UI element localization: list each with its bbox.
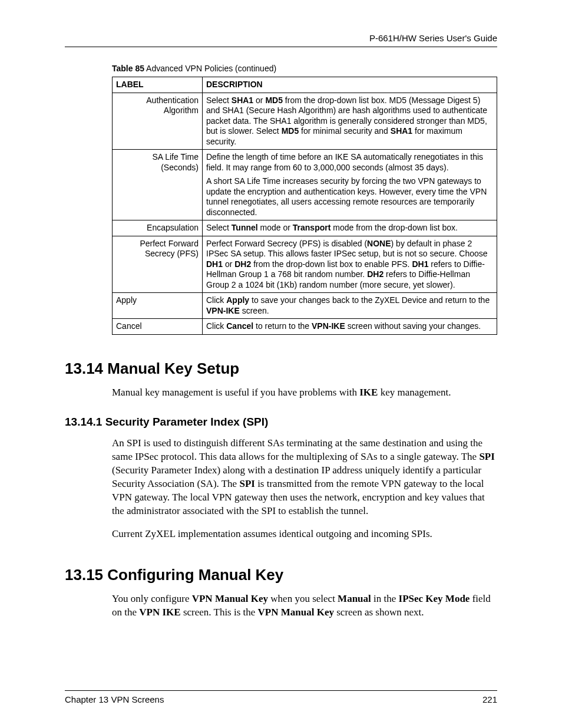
table-label-cell: Authentication Algorithm — [113, 93, 203, 150]
table-label-cell: SA Life Time (Seconds) — [113, 150, 203, 220]
table-description-cell: Perfect Forward Secrecy (PFS) is disable… — [203, 236, 497, 293]
table-description-cell: Select SHA1 or MD5 from the drop-down li… — [203, 93, 497, 150]
table-row: EncapsulationSelect Tunnel mode or Trans… — [113, 220, 497, 236]
col-label: LABEL — [113, 77, 203, 93]
footer-chapter: Chapter 13 VPN Screens — [65, 694, 164, 704]
table-row: ApplyClick Apply to save your changes ba… — [113, 293, 497, 319]
header-rule — [65, 47, 497, 47]
running-header: P-661H/HW Series User's Guide — [65, 33, 497, 43]
table-label-cell: Cancel — [113, 319, 203, 335]
table-description-cell: Define the length of time before an IKE … — [203, 150, 497, 220]
table-row: SA Life Time (Seconds)Define the length … — [113, 150, 497, 220]
page-footer: Chapter 13 VPN Screens 221 — [65, 690, 497, 704]
col-description: DESCRIPTION — [203, 77, 497, 93]
footer-page-number: 221 — [482, 694, 497, 704]
table-caption: Table 85 Advanced VPN Policies (continue… — [112, 64, 497, 73]
section-13-14-1-title: 13.14.1 Security Parameter Index (SPI) — [65, 416, 497, 429]
table-description-cell: Click Apply to save your changes back to… — [203, 293, 497, 319]
vpn-policies-table: LABEL DESCRIPTION Authentication Algorit… — [112, 77, 497, 335]
table-label-cell: Perfect Forward Secrecy (PFS) — [113, 236, 203, 293]
table-caption-text: Advanced VPN Policies (continued) — [144, 64, 276, 73]
table-row: Authentication AlgorithmSelect SHA1 or M… — [113, 93, 497, 150]
table-header-row: LABEL DESCRIPTION — [113, 77, 497, 93]
table-description-cell: Click Cancel to return to the VPN-IKE sc… — [203, 319, 497, 335]
table-description-cell: Select Tunnel mode or Transport mode fro… — [203, 220, 497, 236]
table-label-cell: Encapsulation — [113, 220, 203, 236]
table-row: CancelClick Cancel to return to the VPN-… — [113, 319, 497, 335]
section-13-14-title: 13.14 Manual Key Setup — [65, 360, 497, 378]
table-row: Perfect Forward Secrecy (PFS)Perfect For… — [113, 236, 497, 293]
section-13-15-paragraph: You only configure VPN Manual Key when y… — [112, 592, 497, 620]
section-13-14-1-paragraph-2: Current ZyXEL implementation assumes ide… — [112, 528, 497, 541]
table-caption-label: Table 85 — [112, 64, 144, 73]
section-13-14-1-paragraph-1: An SPI is used to distinguish different … — [112, 437, 497, 518]
section-13-15-title: 13.15 Configuring Manual Key — [65, 566, 497, 584]
section-13-14-paragraph: Manual key management is useful if you h… — [112, 386, 497, 400]
table-label-cell: Apply — [113, 293, 203, 319]
